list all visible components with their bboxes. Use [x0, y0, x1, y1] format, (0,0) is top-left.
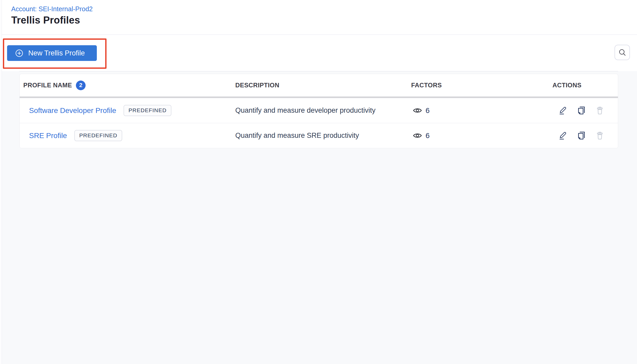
profile-link[interactable]: Software Developer Profile — [29, 106, 116, 115]
column-profile-name: PROFILE NAME — [23, 82, 72, 89]
plus-circle-icon — [15, 49, 23, 57]
page-title: Trellis Profiles — [11, 15, 80, 26]
edit-pencil-icon — [558, 131, 567, 140]
predefined-badge: PREDEFINED — [74, 130, 122, 141]
profiles-table: PROFILE NAME 2 DESCRIPTION FACTORS ACTIO… — [19, 74, 618, 148]
copy-icon — [577, 131, 585, 140]
column-description: DESCRIPTION — [235, 82, 279, 89]
edit-profile-button[interactable] — [558, 131, 567, 140]
trellis-profiles-page: Account: SEI-Internal-Prod2 Trellis Prof… — [0, 0, 637, 364]
copy-icon — [577, 106, 585, 115]
column-actions: ACTIONS — [552, 82, 582, 89]
predefined-badge: PREDEFINED — [124, 105, 171, 116]
edit-pencil-icon — [558, 106, 567, 115]
content-area: PROFILE NAME 2 DESCRIPTION FACTORS ACTIO… — [2, 71, 637, 364]
column-factors: FACTORS — [411, 82, 442, 89]
eye-icon — [413, 132, 422, 139]
clone-profile-button[interactable] — [577, 131, 586, 140]
clone-profile-button[interactable] — [577, 106, 586, 115]
table-header-row: PROFILE NAME 2 DESCRIPTION FACTORS ACTIO… — [20, 74, 618, 96]
table-top-border — [19, 71, 618, 71]
toolbar: New Trellis Profile — [2, 35, 637, 71]
edit-profile-button[interactable] — [558, 106, 567, 115]
page-header: Account: SEI-Internal-Prod2 Trellis Prof… — [2, 0, 637, 35]
table-row-software-developer-profile: Software Developer Profile PREDEFINED Qu… — [20, 98, 618, 123]
search-button[interactable] — [614, 45, 630, 60]
profile-description: Quantify and measure SRE productivity — [235, 132, 359, 139]
factors-count: 6 — [426, 132, 430, 140]
trash-icon — [596, 131, 604, 140]
profile-link[interactable]: SRE Profile — [29, 132, 67, 140]
new-trellis-profile-button[interactable]: New Trellis Profile — [7, 45, 97, 61]
profile-count-badge: 2 — [76, 81, 86, 90]
new-trellis-profile-label: New Trellis Profile — [28, 49, 85, 57]
delete-profile-button[interactable] — [595, 131, 604, 140]
table-row-sre-profile: SRE Profile PREDEFINED Quantify and meas… — [20, 123, 618, 148]
delete-profile-button[interactable] — [595, 106, 604, 115]
account-breadcrumb[interactable]: Account: SEI-Internal-Prod2 — [11, 5, 93, 13]
sidebar-edge — [0, 0, 2, 364]
eye-icon — [413, 107, 422, 114]
profile-description: Quantify and measure developer productiv… — [235, 106, 376, 114]
search-icon — [618, 48, 627, 57]
factors-count: 6 — [426, 106, 430, 115]
trash-icon — [596, 106, 604, 115]
